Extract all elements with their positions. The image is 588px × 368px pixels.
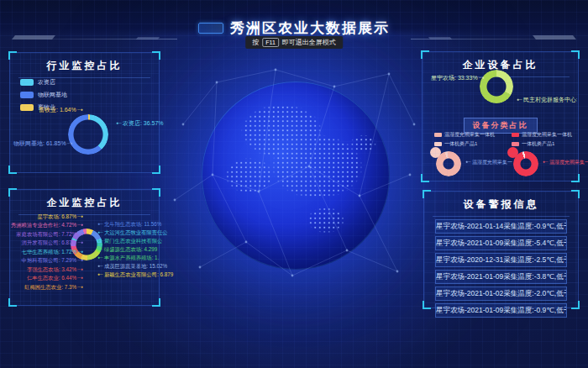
enterprise-chart-label: 李强生态农场: 3.42% [27, 266, 83, 274]
f11-key: F11 [262, 38, 279, 47]
alarm-row[interactable]: 星宇农场-2021-01-14采集温度:-0.9℃,低于下限:0℃ [435, 219, 567, 234]
enterprise-chart-label: 绿盛源生态农场: 4.299 [97, 246, 157, 254]
class-donut-red[interactable] [513, 151, 538, 176]
header-decor-right [411, 39, 583, 39]
enterprise-chart-label: 北斗翔生态农场: 11.56% [97, 221, 161, 229]
enterprise-chart-label: 润升发有限公司: 6.87% [22, 239, 83, 247]
device-chart-label: 民主村党群服务中心: [517, 96, 577, 104]
enterprise-chart-label: 中旭科有限公司: 7.29% [22, 257, 83, 265]
enterprise-chart-label: 星宇农场: 6.87% [38, 213, 84, 221]
toast-suffix: 即可退出全屏模式 [282, 38, 336, 47]
panel-device-alarms: 设备警报信息 星宇农场-2021-01-14采集温度:-0.9℃,低于下限:0℃… [423, 191, 579, 308]
globe-continents-dots [207, 87, 385, 265]
alarm-row[interactable]: 星宇农场-2021-01-02采集温度:-2.0℃,低于下限:0℃ [435, 287, 567, 301]
class-chart-pointer-label: 温湿度光照采集一 [465, 159, 512, 166]
legend-item[interactable]: 农资店 [20, 78, 67, 87]
legend-item[interactable]: 一体机类产品1 [512, 140, 579, 148]
enterprise-chart-label: 成茂巨源蔬菜基地: 15.02% [97, 263, 167, 271]
enterprise-chart-label: 红梅园生态农业: 7.3% [24, 284, 83, 292]
legend-item[interactable]: 物联网基地 [20, 91, 67, 99]
header-decor-left [5, 39, 177, 39]
panel-title: 设备警报信息 [424, 192, 578, 217]
legend-swatch [512, 142, 519, 146]
legend-item[interactable]: 一体机类产品1 [434, 140, 501, 148]
dashboard: 秀洲区农业大数据展示 按 F11 即可退出全屏模式 行业监控占比 [0, 0, 588, 368]
legend-swatch [512, 133, 519, 137]
enterprise-chart-label: 大运河生态牧业有限责任公 [97, 229, 168, 237]
class-chart-pointer-label: 温湿度光照采集一 [543, 159, 588, 166]
legend-swatch [20, 92, 34, 98]
enterprise-chart-label: 七华生态养殖场: 1.72% [22, 249, 83, 256]
logo-badge [198, 23, 223, 34]
alarm-row[interactable]: 星宇农场-2021-01-09采集温度:-5.4℃,低于下限:0℃ [435, 236, 567, 250]
legend-swatch [20, 104, 34, 111]
enterprise-chart-label: 新颖生态农业有限公司: 6.879 [97, 271, 173, 279]
panel-title: 行业监控占比 [10, 53, 159, 78]
panel-enterprise-ratio: 企业监控占比 星宇农场: 6.87% 秀洲粮油专业合作社: 4.72% 家庭农场… [9, 189, 160, 306]
legend-item[interactable]: 温湿度光照采集一体机 [512, 131, 579, 139]
legend-item[interactable]: 温湿度光照采集一体机 [434, 131, 501, 139]
industry-chart-label: 农资店: 36.57% [116, 119, 164, 128]
alarm-row[interactable]: 星宇农场-2021-01-09采集温度:-3.8℃,低于下限:0℃ [435, 270, 567, 284]
enterprise-chart-label: 聚门生态农业科技有限公 [97, 238, 162, 245]
device-donut-chart[interactable] [480, 70, 513, 103]
legend-swatch [434, 142, 442, 146]
enterprise-chart-label: 丰源水产养殖养殖场: 1. [97, 255, 159, 262]
device-class-chart-right: 温湿度光照采集一体机 一体机类产品1 温湿度光照采集一 [501, 129, 579, 148]
enterprise-chart-label: 仁丰生态农业: 6.44% [27, 275, 83, 282]
enterprise-chart-label: 秀洲粮油专业合作社: 4.72% [11, 222, 83, 229]
panel-device-ratio: 企业设备占比 星宇农场: 33.33% 民主村党群服务中心: 设备分类占比 温湿… [422, 51, 579, 181]
legend-swatch [20, 79, 34, 86]
device-class-chart-left: 温湿度光照采集一体机 一体机类产品1 温湿度光照采集一 [424, 129, 501, 148]
alarm-row[interactable]: 星宇农场-2021-01-09采集温度:-0.9℃,低于下限:0℃ [435, 303, 567, 318]
alarm-row[interactable]: 星宇农场-2020-12-31采集温度:-2.5℃,低于下限:0℃ [435, 253, 567, 267]
industry-donut-chart[interactable] [68, 114, 108, 155]
panel-title: 企业监控占比 [10, 190, 159, 215]
fullscreen-toast: 按 F11 即可退出全屏模式 [245, 36, 343, 49]
page-title: 秀洲区农业大数据展示 [230, 18, 390, 38]
enterprise-chart-label: 家庭农场有限公司: 7.72% [16, 231, 83, 239]
panel-industry-ratio: 行业监控占比 农资店 物联网基地 畜牧业 畜牧业: 1.64% 农资店: 36.… [9, 52, 160, 173]
globe-visualization [202, 81, 390, 270]
class-donut-pink[interactable] [436, 151, 461, 176]
device-chart-label: 星宇农场: 33.33% [431, 74, 485, 82]
industry-chart-label: 物联网基地: 61.85% [13, 139, 73, 148]
legend-swatch [434, 133, 442, 137]
industry-chart-label: 畜牧业: 1.64% [39, 106, 83, 114]
header: 秀洲区农业大数据展示 [0, 18, 588, 38]
toast-prefix: 按 [252, 38, 259, 47]
